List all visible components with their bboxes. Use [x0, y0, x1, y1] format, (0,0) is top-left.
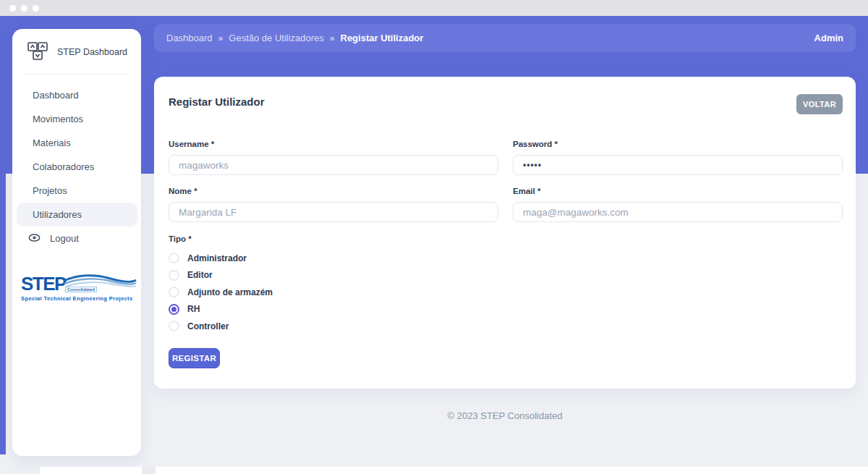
left-edge-accent [0, 174, 6, 454]
register-user-form: Username * Password * Nome * Email * Tip… [154, 108, 856, 368]
radio-circle-icon [169, 287, 179, 297]
password-input[interactable] [513, 155, 843, 175]
breadcrumb-gestao-utilizadores[interactable]: Gestão de Utilizadores [229, 33, 324, 43]
sidebar-item-logout[interactable]: Logout [12, 227, 141, 250]
eye-icon [28, 233, 41, 244]
breadcrumb-separator: » [330, 33, 335, 43]
radio-controller[interactable]: Controller [169, 318, 843, 335]
radio-option-label: RH [187, 304, 200, 314]
sidebar-item-label: Projetos [33, 185, 67, 196]
keycaps-logo-icon [27, 41, 49, 64]
radio-option-label: Administrador [187, 253, 247, 263]
radio-rh[interactable]: RH [169, 301, 843, 318]
sidebar-nav: Dashboard Movimentos Materiais Colaborad… [12, 75, 141, 250]
voltar-button[interactable]: VOLTAR [796, 94, 843, 114]
radio-option-label: Editor [187, 270, 213, 280]
sidebar-item-materiais[interactable]: Materiais [12, 131, 141, 155]
username-input[interactable] [169, 155, 498, 175]
email-field-group: Email * [513, 187, 843, 222]
sidebar: STEP Dashboard Dashboard Movimentos Mate… [12, 29, 141, 456]
logo-tagline: Special Technical Engineering Projects [21, 295, 137, 302]
sidebar-item-label: Movimentos [33, 114, 83, 124]
bottom-partial-gap [142, 467, 156, 474]
radio-circle-icon [169, 321, 179, 331]
nome-input[interactable] [169, 202, 498, 222]
breadcrumb-bar: Dashboard » Gestão de Utilizadores » Reg… [154, 24, 856, 52]
breadcrumb-registar-utilizador: Registar Utilizador [341, 33, 424, 43]
password-field-group: Password * [513, 140, 843, 175]
sidebar-item-label: Utilizadores [33, 209, 82, 220]
radio-circle-icon [169, 253, 179, 263]
registar-utilizador-card: Registar Utilizador VOLTAR Username * Pa… [154, 77, 856, 389]
sidebar-item-label: Materiais [33, 137, 71, 148]
step-consolidated-logo: STEP Consolidated Special Technical Engi… [21, 276, 137, 302]
radio-circle-icon [169, 270, 179, 281]
logout-label: Logout [50, 233, 79, 244]
sidebar-item-label: Dashboard [33, 90, 79, 101]
brand-label: STEP Dashboard [57, 47, 127, 57]
window-minimize-button[interactable] [21, 5, 27, 12]
sidebar-item-projetos[interactable]: Projetos [12, 179, 141, 203]
sidebar-item-movimentos[interactable]: Movimentos [12, 107, 141, 131]
breadcrumb-dashboard[interactable]: Dashboard [166, 33, 213, 43]
username-field-group: Username * [169, 140, 498, 175]
logo-consolidated-text: Consolidated [65, 287, 97, 292]
radio-editor[interactable]: Editor [169, 267, 843, 284]
page-title: Registar Utilizador [169, 96, 843, 108]
tipo-radio-group: Tipo * Administrador Editor Adjunto de a… [169, 234, 843, 335]
sidebar-item-dashboard[interactable]: Dashboard [12, 83, 141, 107]
window-maximize-button[interactable] [33, 5, 39, 12]
radio-option-label: Controller [187, 321, 229, 331]
copyright-footer: © 2023 STEP Consolidated [154, 410, 856, 421]
password-label: Password * [513, 140, 843, 148]
email-input[interactable] [513, 202, 843, 222]
brand: STEP Dashboard [12, 29, 141, 64]
radio-administrador[interactable]: Administrador [169, 250, 843, 267]
breadcrumb-separator: » [218, 33, 224, 43]
registar-button[interactable]: REGISTAR [169, 348, 220, 368]
radio-circle-icon-selected [169, 304, 179, 315]
radio-adjunto-de-armazem[interactable]: Adjunto de armazém [169, 284, 843, 301]
logo-step-text: STEP [21, 273, 66, 295]
tipo-label: Tipo * [169, 234, 843, 243]
email-label: Email * [513, 187, 843, 195]
sidebar-item-colaboradores[interactable]: Colaboradores [12, 155, 141, 179]
nome-field-group: Nome * [169, 187, 498, 222]
username-label: Username * [169, 140, 498, 148]
sidebar-item-utilizadores[interactable]: Utilizadores [17, 203, 137, 227]
window-titlebar [0, 0, 868, 16]
nome-label: Nome * [169, 187, 498, 195]
radio-option-label: Adjunto de armazém [187, 287, 273, 297]
sidebar-item-label: Colaboradores [33, 161, 94, 172]
window-close-button[interactable] [9, 5, 16, 12]
bottom-partial-card [40, 467, 868, 474]
current-user-label: Admin [814, 33, 843, 43]
